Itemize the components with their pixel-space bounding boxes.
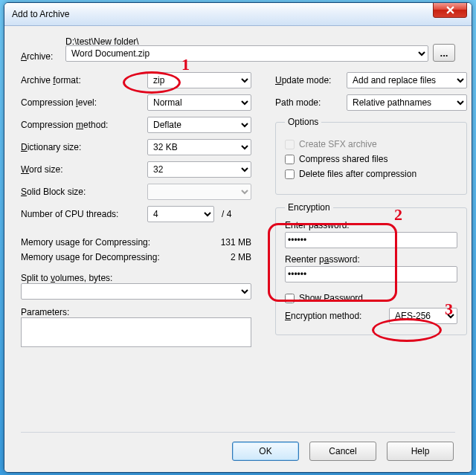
archive-filename-select[interactable]: Word Document.zip (65, 45, 428, 62)
titlebar: Add to Archive (4, 3, 472, 26)
close-icon (446, 6, 454, 14)
reenter-password-label: Reenter password: (285, 254, 457, 265)
method-label: Compression method: (21, 120, 147, 130)
level-select[interactable]: Normal (147, 94, 251, 111)
cpu-total: / 4 (222, 209, 231, 219)
pathmode-select[interactable]: Relative pathnames (347, 94, 467, 111)
split-label: Split to volumes, bytes: (21, 273, 251, 283)
params-label: Parameters: (21, 307, 251, 317)
shared-checkbox-row[interactable]: Compress shared files (285, 154, 457, 164)
split-select[interactable] (21, 283, 251, 300)
sfx-checkbox-row: Create SFX archive (285, 139, 457, 149)
params-input[interactable] (21, 317, 251, 347)
dialog-body: Archive: D:\test\New folder\ Word Docume… (4, 26, 472, 473)
reenter-password-input[interactable] (285, 266, 457, 282)
show-password-row[interactable]: Show Password (285, 293, 457, 303)
browse-button[interactable]: ... (433, 44, 455, 62)
mem-comp-value: 131 MB (221, 237, 251, 248)
delete-checkbox[interactable] (285, 169, 295, 179)
enter-password-label: Enter password: (285, 220, 457, 230)
separator (21, 432, 455, 433)
left-column: Archive format: zip Compression level: N… (21, 72, 251, 349)
ok-button[interactable]: OK (232, 442, 299, 461)
format-label: Archive format: (21, 75, 147, 85)
word-label: Word size: (21, 164, 147, 175)
options-legend: Options (285, 117, 321, 127)
update-label: Update mode: (275, 75, 347, 85)
help-button[interactable]: Help (387, 442, 454, 461)
cpu-select[interactable]: 4 (147, 206, 214, 222)
encryption-method-select[interactable]: AES-256 (389, 308, 457, 324)
cpu-label: Number of CPU threads: (21, 209, 147, 219)
mem-comp-label: Memory usage for Compressing: (21, 237, 150, 248)
cancel-button[interactable]: Cancel (309, 442, 376, 461)
sfx-checkbox (285, 140, 295, 149)
level-label: Compression level: (21, 97, 147, 108)
enter-password-input[interactable] (285, 232, 457, 248)
button-row: OK Cancel Help (232, 442, 454, 461)
close-button[interactable] (433, 2, 467, 18)
format-select[interactable]: zip (147, 72, 251, 88)
dict-label: Dictionary size: (21, 142, 147, 152)
window-title: Add to Archive (12, 9, 433, 19)
options-group: Options Create SFX archive Compress shar… (275, 117, 467, 195)
mem-decomp-label: Memory usage for Decompressing: (21, 252, 160, 262)
mem-decomp-value: 2 MB (231, 252, 251, 262)
update-select[interactable]: Add and replace files (347, 72, 467, 88)
encryption-method-label: Encryption method: (285, 311, 382, 321)
show-password-checkbox[interactable] (285, 294, 295, 303)
word-select[interactable]: 32 (147, 161, 251, 178)
solid-select (147, 184, 251, 200)
dict-select[interactable]: 32 KB (147, 139, 251, 155)
method-select[interactable]: Deflate (147, 117, 251, 133)
archive-label: Archive: (21, 51, 53, 62)
solid-label: Solid Block size: (21, 187, 147, 197)
encryption-legend: Encryption (285, 202, 333, 213)
delete-checkbox-row[interactable]: Delete files after compression (285, 169, 457, 179)
encryption-group: Encryption Enter password: Reenter passw… (275, 202, 467, 335)
shared-checkbox[interactable] (285, 155, 295, 164)
right-column: Update mode: Add and replace files Path … (275, 72, 467, 349)
pathmode-label: Path mode: (275, 97, 347, 108)
dialog-window: Add to Archive Archive: D:\test\New fold… (4, 2, 472, 473)
